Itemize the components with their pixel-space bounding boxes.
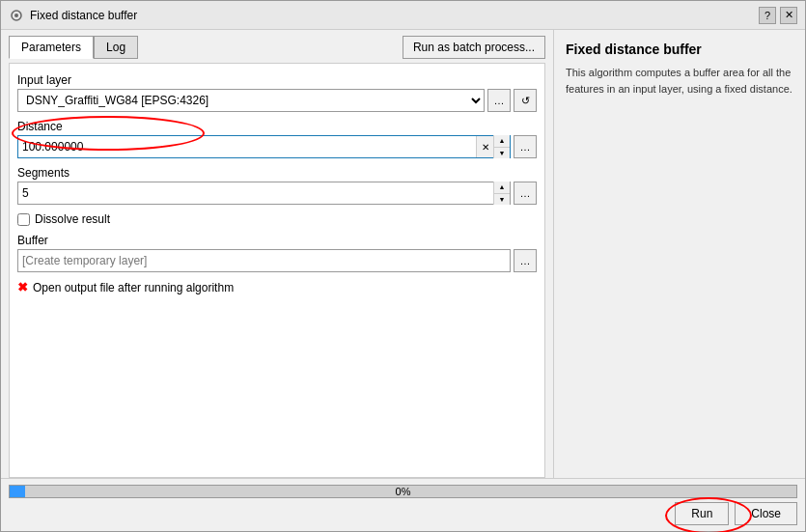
distance-label: Distance	[17, 120, 537, 133]
segments-row: ▲ ▼ …	[17, 182, 537, 205]
distance-spinbox: ▲ ▼	[493, 135, 510, 158]
tabs-area: Parameters Log Run as batch process...	[1, 30, 553, 59]
distance-group: Distance ✕ ▲ ▼	[17, 120, 537, 158]
dots-icon-2: …	[520, 141, 531, 153]
dots-icon: …	[494, 95, 505, 106]
progress-label: 0%	[10, 486, 796, 497]
dissolve-group: Dissolve result	[17, 212, 537, 226]
dots-icon-3: …	[520, 187, 531, 199]
dots-icon-4: …	[520, 255, 531, 266]
input-layer-group: Input layer DSNY_Graffiti_WG84 [EPSG:432…	[17, 73, 537, 112]
input-layer-dots-button[interactable]: …	[487, 89, 511, 112]
close-button[interactable]: ✕	[780, 7, 797, 24]
run-batch-button[interactable]: Run as batch process...	[403, 36, 545, 59]
buffer-label: Buffer	[17, 234, 537, 247]
segments-spin-down[interactable]: ▼	[494, 194, 510, 206]
segments-spin-up[interactable]: ▲	[494, 182, 510, 194]
buffer-input[interactable]	[17, 249, 511, 272]
close-dialog-button[interactable]: Close	[735, 502, 797, 525]
segments-spinbox: ▲ ▼	[493, 182, 510, 205]
distance-dots-button[interactable]: …	[514, 135, 537, 158]
parameters-panel: Input layer DSNY_Graffiti_WG84 [EPSG:432…	[9, 63, 545, 478]
distance-clear-button[interactable]: ✕	[476, 136, 493, 157]
right-panel-title: Fixed distance buffer	[566, 42, 793, 57]
distance-input[interactable]	[18, 136, 476, 157]
segments-group: Segments ▲ ▼ …	[17, 166, 537, 205]
progress-bar: 0%	[9, 485, 797, 498]
right-panel: Fixed distance buffer This algorithm com…	[554, 30, 805, 478]
run-button[interactable]: Run	[675, 502, 729, 525]
input-layer-row: DSNY_Graffiti_WG84 [EPSG:4326] … ↺	[17, 89, 537, 112]
input-layer-select[interactable]: DSNY_Graffiti_WG84 [EPSG:4326]	[17, 89, 485, 112]
dissolve-checkbox[interactable]	[17, 213, 30, 226]
distance-input-wrap: ✕ ▲ ▼	[17, 135, 511, 158]
clear-icon: ✕	[482, 142, 489, 153]
distance-spin-down[interactable]: ▼	[494, 148, 510, 159]
bottom-buttons: Run Close	[9, 502, 797, 525]
tab-parameters[interactable]: Parameters	[9, 36, 94, 59]
distance-row: ✕ ▲ ▼ …	[17, 135, 537, 158]
main-content: Parameters Log Run as batch process... I…	[1, 30, 805, 478]
run-button-wrap: Run	[675, 502, 729, 525]
dialog-icon	[9, 8, 24, 23]
fixed-distance-buffer-dialog: Fixed distance buffer ? ✕ Parameters Log…	[0, 0, 806, 532]
svg-point-1	[14, 14, 18, 17]
tab-log[interactable]: Log	[94, 36, 138, 59]
title-bar-buttons: ? ✕	[759, 7, 797, 24]
segments-dots-button[interactable]: …	[514, 182, 537, 205]
segments-input[interactable]	[18, 182, 493, 204]
input-layer-refresh-button[interactable]: ↺	[514, 89, 537, 112]
buffer-dots-button[interactable]: …	[514, 249, 537, 272]
segments-label: Segments	[17, 166, 537, 180]
x-mark-icon: ✖	[17, 280, 28, 294]
open-output-label: Open output file after running algorithm	[33, 281, 234, 294]
left-panel: Parameters Log Run as batch process... I…	[1, 30, 554, 478]
refresh-icon: ↺	[521, 95, 530, 107]
title-bar: Fixed distance buffer ? ✕	[1, 1, 805, 30]
title-bar-left: Fixed distance buffer	[9, 8, 137, 23]
dialog-title: Fixed distance buffer	[30, 9, 137, 22]
segments-input-wrap: ▲ ▼	[17, 182, 511, 205]
tab-group: Parameters Log	[9, 36, 138, 59]
bottom-bar: 0% Run Close	[1, 478, 805, 531]
buffer-row: …	[17, 249, 537, 272]
input-layer-label: Input layer	[17, 73, 537, 87]
distance-spin-up[interactable]: ▲	[494, 135, 510, 148]
open-output-group: ✖ Open output file after running algorit…	[17, 280, 537, 294]
right-panel-description: This algorithm computes a buffer area fo…	[566, 65, 793, 97]
dissolve-label[interactable]: Dissolve result	[35, 212, 110, 226]
help-button[interactable]: ?	[759, 7, 776, 24]
buffer-group: Buffer …	[17, 234, 537, 272]
